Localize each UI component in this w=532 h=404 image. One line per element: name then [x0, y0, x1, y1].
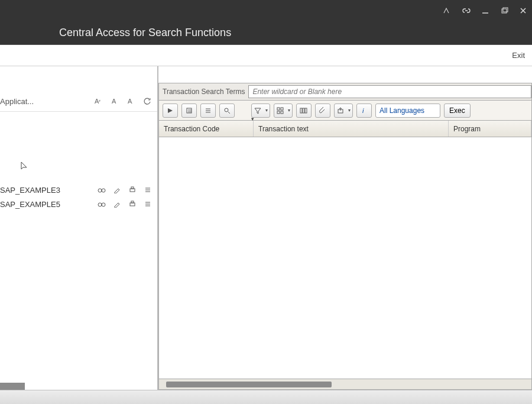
page-header: Central Access for Search Functions	[0, 21, 532, 45]
svg-rect-15	[131, 201, 134, 203]
cursor-icon	[20, 161, 28, 172]
tool-detail-icon[interactable]	[181, 104, 197, 118]
left-filter-icons: Az A A·	[92, 96, 157, 106]
more-icon[interactable]	[143, 199, 153, 209]
tool-sum-icon[interactable]	[274, 104, 293, 118]
tool-layout-icon[interactable]	[296, 104, 312, 118]
svg-rect-1	[502, 9, 507, 13]
svg-text:A: A	[112, 98, 116, 105]
left-filter-label: Applicat...	[0, 97, 34, 106]
svg-rect-16	[187, 108, 192, 113]
svg-rect-26	[277, 111, 280, 114]
print-icon[interactable]	[128, 185, 137, 195]
list-item-label: SAP_EXAMPLE5	[0, 200, 97, 209]
grid-toolbar: i All Languages Exec	[158, 101, 532, 121]
status-bar	[0, 390, 532, 404]
svg-rect-11	[131, 187, 134, 189]
svg-rect-25	[281, 108, 283, 110]
tool-find-icon[interactable]	[219, 104, 235, 118]
svg-line-23	[228, 112, 230, 114]
language-select[interactable]: All Languages	[375, 104, 440, 118]
left-list: SAP_EXAMPLE3 SAP_EXAMPLE5	[0, 183, 157, 211]
svg-point-12	[98, 203, 102, 206]
column-program[interactable]: Program	[449, 121, 531, 137]
restore-icon[interactable]	[499, 5, 510, 16]
svg-point-8	[98, 189, 102, 192]
svg-rect-30	[305, 108, 307, 113]
svg-point-9	[102, 189, 105, 192]
minimize-icon[interactable]	[480, 5, 491, 16]
svg-rect-24	[277, 108, 280, 110]
svg-text:z: z	[99, 99, 100, 102]
column-transaction-code[interactable]: Transaction Code	[159, 121, 254, 137]
left-icon-c[interactable]: A·	[125, 96, 136, 106]
tool-filter-icon[interactable]	[251, 104, 270, 118]
list-item-label: SAP_EXAMPLE3	[0, 186, 97, 195]
search-row: Transaction Search Terms	[158, 83, 532, 101]
svg-rect-29	[303, 108, 304, 113]
tool-attach-icon[interactable]	[315, 104, 330, 118]
search-input[interactable]	[248, 85, 531, 98]
main-content: Applicat... Az A A· SAP_EXAMPLE3	[0, 66, 532, 390]
more-icon[interactable]	[143, 185, 153, 195]
grid-header: Transaction Code Transaction text Progra…	[158, 121, 532, 137]
action-bar: Exit	[0, 45, 532, 66]
left-icon-a[interactable]: Az	[92, 96, 103, 106]
tool-info-icon[interactable]: i	[356, 104, 372, 118]
grid-body	[158, 137, 532, 379]
page-title: Central Access for Search Functions	[59, 27, 231, 39]
svg-rect-10	[130, 189, 135, 192]
left-icon-b[interactable]: A	[109, 96, 119, 106]
svg-text:i: i	[362, 107, 364, 114]
svg-point-22	[225, 108, 228, 112]
scrollbar-thumb[interactable]	[166, 382, 332, 387]
exit-button[interactable]: Exit	[512, 51, 525, 60]
print-icon[interactable]	[128, 199, 137, 209]
column-transaction-text[interactable]: Transaction text	[254, 121, 449, 137]
svg-rect-27	[281, 111, 283, 114]
language-select-value: All Languages	[379, 106, 424, 115]
tool-export-icon[interactable]	[334, 104, 353, 118]
left-bottom-accent	[0, 383, 25, 390]
pencil-icon[interactable]	[112, 199, 122, 209]
svg-point-13	[102, 203, 105, 206]
glasses-icon[interactable]	[97, 199, 106, 209]
left-panel: Applicat... Az A A· SAP_EXAMPLE3	[0, 66, 158, 390]
right-panel: Transaction Search Terms i All Languages…	[158, 66, 532, 390]
close-icon[interactable]	[518, 5, 528, 16]
horizontal-scrollbar[interactable]	[158, 379, 532, 390]
link-icon[interactable]	[461, 5, 472, 16]
tool-list-icon[interactable]	[200, 104, 216, 118]
search-label: Transaction Search Terms	[159, 88, 248, 96]
svg-rect-2	[503, 8, 508, 12]
list-item[interactable]: SAP_EXAMPLE3	[0, 183, 157, 197]
execute-button[interactable]: Exec	[444, 104, 471, 118]
svg-text:·: ·	[132, 101, 133, 105]
left-filter-row: Applicat... Az A A·	[0, 66, 157, 112]
svg-rect-14	[130, 203, 135, 206]
pencil-icon[interactable]	[112, 185, 122, 195]
svg-rect-28	[300, 108, 302, 113]
titlebar-unknown-icon[interactable]	[442, 5, 453, 16]
list-item[interactable]: SAP_EXAMPLE5	[0, 197, 157, 211]
glasses-icon[interactable]	[97, 185, 106, 195]
left-icon-refresh[interactable]	[142, 96, 153, 106]
window-titlebar	[0, 0, 532, 21]
tool-first-icon[interactable]	[163, 104, 178, 118]
